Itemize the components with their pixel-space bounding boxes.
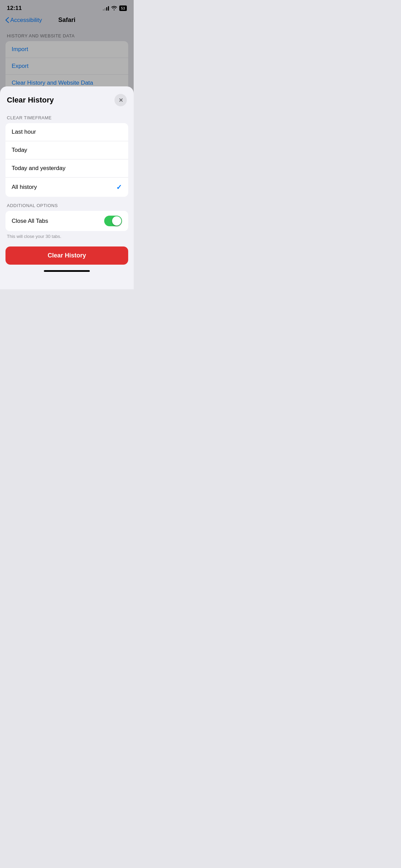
clear-history-sheet: Clear History ✕ CLEAR TIMEFRAME Last hou… bbox=[0, 86, 134, 289]
home-bar bbox=[44, 270, 90, 272]
timeframe-header: CLEAR TIMEFRAME bbox=[0, 112, 134, 123]
close-all-tabs-toggle[interactable] bbox=[104, 216, 122, 226]
close-all-tabs-label: Close All Tabs bbox=[12, 218, 48, 225]
home-indicator bbox=[0, 265, 134, 277]
close-tabs-note: This will close your 30 tabs. bbox=[0, 231, 134, 240]
close-all-tabs-row: Close All Tabs bbox=[5, 211, 128, 231]
sheet-title: Clear History bbox=[7, 96, 54, 105]
sheet-header: Clear History ✕ bbox=[0, 86, 134, 112]
sheet-close-button[interactable]: ✕ bbox=[114, 94, 127, 106]
additional-options-header: ADDITIONAL OPTIONS bbox=[0, 197, 134, 211]
option-today-yesterday[interactable]: Today and yesterday bbox=[5, 159, 128, 178]
checkmark-icon: ✓ bbox=[116, 183, 122, 191]
option-all-history[interactable]: All history ✓ bbox=[5, 178, 128, 197]
option-today[interactable]: Today bbox=[5, 141, 128, 159]
timeframe-options-group: Last hour Today Today and yesterday All … bbox=[5, 123, 128, 197]
clear-history-button[interactable]: Clear History bbox=[5, 246, 128, 265]
option-last-hour[interactable]: Last hour bbox=[5, 123, 128, 141]
